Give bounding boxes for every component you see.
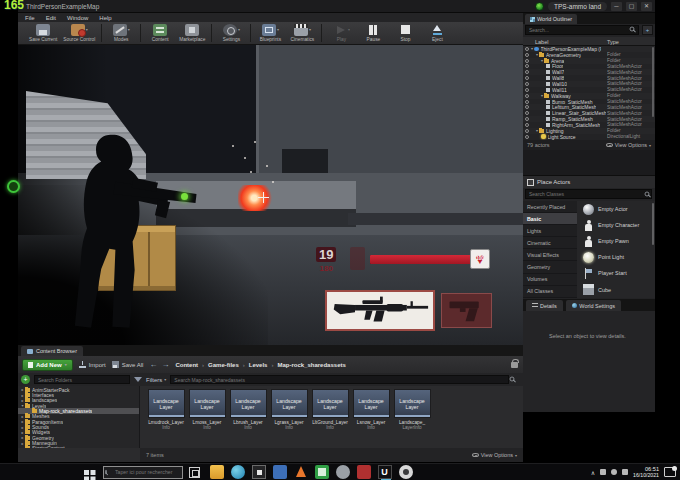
breadcrumb-segment[interactable]: Map-rock_sharedassets xyxy=(277,362,345,368)
place-item-player-start[interactable]: Player Start xyxy=(577,265,655,281)
battery-icon[interactable] xyxy=(622,469,628,475)
breadcrumb-segment[interactable]: Content xyxy=(175,362,198,368)
category-cinematic[interactable]: Cinematic xyxy=(523,237,577,249)
expand-arrow-icon[interactable]: ▾ xyxy=(531,46,533,51)
visibility-eye-icon[interactable] xyxy=(525,70,529,74)
file-explorer-icon[interactable] xyxy=(210,465,224,479)
taskbar-search-input[interactable] xyxy=(103,466,183,479)
menu-window[interactable]: Window xyxy=(67,15,88,21)
back-button[interactable]: ← xyxy=(149,360,157,369)
cinematics-button[interactable]: ▾Cinematics xyxy=(289,23,315,42)
tab-details[interactable]: Details xyxy=(526,300,563,311)
filters-button[interactable]: Filters ▾ xyxy=(146,377,166,383)
pause-button[interactable]: Pause xyxy=(360,23,386,42)
save-current-button[interactable]: Save Current xyxy=(29,23,57,42)
asset-tile[interactable]: LandscapeLayerLmoss_LayerInfo xyxy=(187,389,227,430)
column-type[interactable]: Type xyxy=(607,39,619,45)
place-actors-scrollbar[interactable] xyxy=(652,203,655,245)
folder-search-input[interactable] xyxy=(34,375,130,384)
outliner-column-header[interactable]: Label Type xyxy=(523,37,655,46)
epic-games-icon[interactable] xyxy=(399,465,413,479)
stop-button[interactable]: Stop xyxy=(392,23,418,42)
game-viewport[interactable]: 19 180 ♥ 100 xyxy=(18,45,523,345)
category-basic[interactable]: Basic xyxy=(523,213,577,225)
cb-view-options[interactable]: View Options ▾ xyxy=(472,452,517,458)
column-label[interactable]: Label xyxy=(535,39,548,45)
settings-button[interactable]: ▾Settings xyxy=(218,23,244,42)
visibility-eye-icon[interactable] xyxy=(525,94,529,98)
visibility-eye-icon[interactable] xyxy=(525,117,529,121)
asset-tile[interactable]: LandscapeLayerLltGround_LayerInfo xyxy=(310,389,350,430)
category-geometry[interactable]: Geometry xyxy=(523,261,577,273)
menu-help[interactable]: Help xyxy=(99,15,111,21)
visibility-eye-icon[interactable] xyxy=(525,47,529,51)
close-button[interactable]: ✕ xyxy=(641,2,652,11)
visibility-eye-icon[interactable] xyxy=(525,53,529,57)
visibility-eye-icon[interactable] xyxy=(525,88,529,92)
modes-button[interactable]: ▾Modes xyxy=(108,23,134,42)
outliner-search-input[interactable] xyxy=(525,25,639,35)
expand-arrow-icon[interactable]: ▾ xyxy=(536,52,538,57)
minimize-button[interactable]: ─ xyxy=(611,2,622,11)
office-icon[interactable] xyxy=(315,465,329,479)
visibility-eye-icon[interactable] xyxy=(525,135,529,139)
visibility-eye-icon[interactable] xyxy=(525,129,529,133)
visibility-eye-icon[interactable] xyxy=(525,105,529,109)
hidden-icons-caret[interactable]: ∧ xyxy=(591,469,595,476)
visibility-eye-icon[interactable] xyxy=(525,59,529,63)
volume-icon[interactable] xyxy=(611,469,617,475)
category-lights[interactable]: Lights xyxy=(523,225,577,237)
breadcrumb-segment[interactable]: Game-files xyxy=(208,362,239,368)
place-item-empty-actor[interactable]: Empty Actor xyxy=(577,201,655,217)
visibility-eye-icon[interactable] xyxy=(525,100,529,104)
place-item-point-light[interactable]: Point Light xyxy=(577,249,655,265)
asset-tile[interactable]: LandscapeLayerLbrush_LayerInfo xyxy=(228,389,268,430)
place-item-empty-character[interactable]: Empty Character xyxy=(577,217,655,233)
network-icon[interactable] xyxy=(600,469,606,475)
add-path-icon[interactable]: + xyxy=(21,375,30,384)
outliner-view-options[interactable]: View Options ▾ xyxy=(606,142,651,148)
category-volumes[interactable]: Volumes xyxy=(523,274,577,286)
blueprints-button[interactable]: ▾Blueprints xyxy=(257,23,283,42)
breadcrumb-segment[interactable]: Levels xyxy=(249,362,268,368)
place-item-cube[interactable]: Cube xyxy=(577,281,655,297)
tab-world-settings[interactable]: World Settings xyxy=(566,300,621,311)
outliner-options-button[interactable]: + xyxy=(642,25,653,35)
unreal-engine-icon[interactable]: U xyxy=(378,465,392,479)
asset-tile[interactable]: LandscapeLayerLsnow_LayerInfo xyxy=(351,389,391,430)
place-actors-search-input[interactable] xyxy=(525,189,652,199)
content-button[interactable]: Content xyxy=(147,23,173,42)
menu-edit[interactable]: Edit xyxy=(46,15,56,21)
forward-button[interactable]: → xyxy=(161,360,169,369)
visibility-eye-icon[interactable] xyxy=(525,123,529,127)
expand-arrow-icon[interactable]: ▾ xyxy=(541,58,543,63)
task-view-button[interactable] xyxy=(189,467,200,478)
visibility-eye-icon[interactable] xyxy=(525,64,529,68)
vlc-icon[interactable] xyxy=(294,465,308,479)
source-control-button[interactable]: ▾Source Control xyxy=(63,23,95,42)
folder-icon[interactable] xyxy=(273,465,287,479)
panel-splitter[interactable] xyxy=(523,150,655,175)
category-visual-effects[interactable]: Visual Effects xyxy=(523,249,577,261)
expand-arrow-icon[interactable]: ▾ xyxy=(536,128,538,133)
asset-search-input[interactable] xyxy=(170,375,509,384)
save-all-button[interactable]: Save All xyxy=(112,361,144,368)
marketplace-button[interactable]: Marketplace xyxy=(179,23,205,42)
app-red-icon[interactable] xyxy=(357,465,371,479)
category-all-classes[interactable]: All Classes xyxy=(523,286,577,298)
place-item-empty-pawn[interactable]: Empty Pawn xyxy=(577,233,655,249)
asset-tile[interactable]: LandscapeLayerLandscape_LayerInfo xyxy=(392,389,432,430)
maximize-button[interactable]: ▢ xyxy=(626,2,637,11)
outliner-scrollbar[interactable] xyxy=(652,47,655,117)
edge-icon[interactable] xyxy=(231,465,245,479)
lock-icon[interactable] xyxy=(511,362,518,368)
tab-world-outliner[interactable]: World Outliner xyxy=(525,14,577,24)
expand-arrow-icon[interactable]: ▾ xyxy=(541,93,543,98)
add-new-button[interactable]: Add New ▾ xyxy=(22,359,73,371)
outliner-row[interactable]: Light SourceDirectionalLight xyxy=(523,134,655,140)
folder-startercontent[interactable]: ▸StarterContent xyxy=(18,446,139,448)
store-icon[interactable] xyxy=(252,465,266,479)
taskbar-clock[interactable]: 06:51 16/10/2021 xyxy=(633,466,659,479)
import-button[interactable]: Import xyxy=(79,361,106,368)
category-recently-placed[interactable]: Recently Placed xyxy=(523,201,577,213)
